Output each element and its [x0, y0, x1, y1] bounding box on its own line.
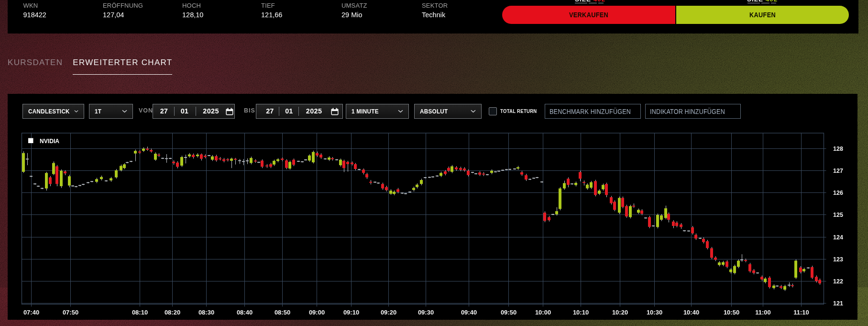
svg-text:121: 121	[833, 300, 843, 307]
svg-text:10:30: 10:30	[647, 309, 662, 316]
svg-text:122: 122	[833, 278, 843, 285]
svg-text:07:50: 07:50	[63, 309, 78, 316]
svg-text:07:40: 07:40	[23, 309, 39, 316]
svg-text:123: 123	[833, 256, 843, 263]
svg-text:08:40: 08:40	[237, 309, 253, 316]
svg-text:09:20: 09:20	[381, 309, 396, 316]
svg-text:08:50: 08:50	[275, 309, 290, 316]
svg-text:125: 125	[833, 212, 843, 218]
svg-text:08:30: 08:30	[198, 309, 214, 316]
svg-text:10:40: 10:40	[683, 309, 699, 316]
svg-text:11:10: 11:10	[793, 309, 809, 316]
svg-text:NVIDIA: NVIDIA	[40, 137, 60, 145]
svg-text:09:10: 09:10	[343, 309, 359, 316]
svg-text:124: 124	[833, 234, 843, 241]
svg-text:128: 128	[833, 146, 843, 152]
svg-text:10:20: 10:20	[612, 309, 628, 316]
svg-text:127: 127	[833, 168, 843, 174]
svg-text:11:00: 11:00	[755, 309, 771, 316]
svg-text:09:50: 09:50	[501, 309, 516, 316]
svg-text:09:40: 09:40	[461, 309, 477, 316]
svg-text:10:50: 10:50	[724, 309, 739, 316]
svg-text:126: 126	[833, 190, 843, 196]
svg-text:08:10: 08:10	[132, 309, 148, 316]
svg-text:09:30: 09:30	[418, 309, 434, 316]
svg-text:10:00: 10:00	[535, 309, 551, 316]
svg-text:09:00: 09:00	[309, 309, 325, 316]
svg-text:08:20: 08:20	[165, 309, 180, 316]
svg-text:10:10: 10:10	[573, 309, 589, 316]
